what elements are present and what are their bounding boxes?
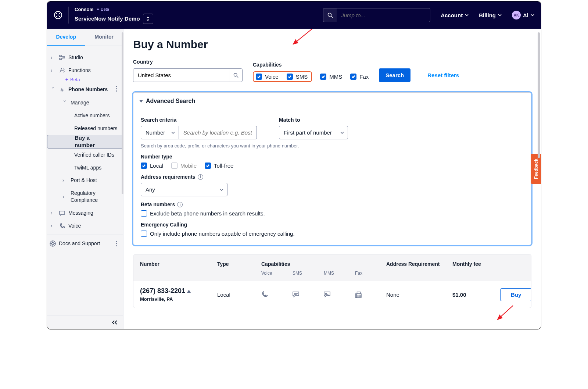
sidebar-item-voice[interactable]: › Voice	[47, 220, 123, 232]
chevron-down-icon	[220, 189, 223, 191]
chevron-right-icon: ›	[62, 193, 68, 200]
emergency-label: Emergency Calling	[141, 222, 524, 228]
sidebar-item-regulatory-compliance[interactable]: › Regulatory Compliance	[47, 187, 123, 207]
more-icon[interactable]	[113, 241, 119, 246]
reset-filters-link[interactable]: Reset filters	[421, 68, 466, 82]
svg-rect-9	[60, 58, 62, 60]
country-input[interactable]	[133, 69, 229, 82]
country-search-button[interactable]	[229, 69, 242, 82]
search-input[interactable]	[337, 8, 430, 22]
tab-develop[interactable]: Develop	[47, 29, 85, 46]
sidebar-item-buy-number[interactable]: Buy a number	[47, 135, 123, 149]
hash-icon: #	[59, 86, 65, 93]
checkbox-tollfree[interactable]: Toll-free	[205, 163, 233, 169]
checkbox-local[interactable]: Local	[141, 163, 163, 169]
global-search[interactable]	[323, 8, 430, 22]
mms-icon	[324, 292, 355, 297]
col-fee: Monthly fee	[452, 261, 500, 267]
sidebar-item-verified-caller-ids[interactable]: Verified caller IDs	[47, 149, 123, 161]
svg-point-30	[359, 295, 359, 295]
checkbox-exclude-beta[interactable]: Exclude beta phone numbers in search res…	[141, 210, 524, 217]
collapse-sidebar[interactable]	[47, 315, 123, 329]
svg-point-2	[59, 13, 60, 14]
address-req-select[interactable]: Any	[141, 183, 227, 196]
number-type-label: Number type	[141, 154, 524, 160]
country-input-wrap	[133, 68, 243, 82]
row-fee: $1.00	[452, 292, 500, 298]
checkbox-emergency[interactable]: Only include phone numbers capable of em…	[141, 231, 524, 237]
svg-point-6	[328, 13, 331, 16]
subcol-fax: Fax	[355, 271, 386, 276]
project-name[interactable]: ServiceNow Notify Demo	[75, 15, 140, 22]
sidebar-item-manage[interactable]: › Manage	[47, 96, 123, 109]
checkbox-mobile[interactable]: Mobile	[171, 163, 197, 169]
fax-icon	[355, 292, 386, 298]
chevron-down-icon	[340, 132, 344, 134]
sidebar-item-messaging[interactable]: › Messaging	[47, 207, 123, 220]
svg-rect-27	[357, 292, 361, 294]
checkbox-voice[interactable]: Voice	[256, 74, 279, 80]
svg-point-4	[59, 16, 60, 17]
svg-line-7	[331, 16, 333, 18]
criteria-select[interactable]: Number	[141, 126, 179, 139]
chevron-down-icon: ›	[50, 87, 57, 92]
sidebar-item-functions[interactable]: › Functions	[47, 64, 123, 77]
billing-menu[interactable]: Billing	[479, 12, 502, 18]
sidebar-item-twiml-apps[interactable]: TwiML apps	[47, 161, 123, 174]
user-menu[interactable]: AK Al	[512, 11, 534, 19]
sms-icon	[293, 292, 324, 297]
sidebar-item-phone-numbers[interactable]: › # Phone Numbers	[47, 82, 123, 96]
match-to-select[interactable]: First part of number	[279, 126, 348, 139]
page-title: Buy a Number	[133, 38, 531, 51]
search-icon	[323, 8, 337, 22]
svg-point-33	[359, 296, 359, 296]
buy-button[interactable]: Buy	[500, 288, 531, 301]
account-menu[interactable]: Account	[441, 12, 469, 18]
search-button[interactable]: Search	[379, 68, 410, 82]
sidebar-item-studio[interactable]: › Studio	[47, 51, 123, 64]
search-criteria-label: Search criteria	[141, 117, 257, 123]
checkbox-sms[interactable]: SMS	[287, 74, 308, 80]
project-switcher[interactable]	[143, 14, 153, 24]
svg-marker-21	[139, 100, 143, 103]
location-input[interactable]	[179, 126, 257, 139]
svg-point-34	[360, 296, 360, 296]
annotation-highlight: Voice SMS	[253, 71, 312, 82]
functions-icon	[59, 68, 65, 73]
subcol-mms: MMS	[324, 271, 355, 276]
row-type: Local	[217, 292, 261, 298]
svg-rect-8	[60, 55, 62, 57]
logo-icon[interactable]	[54, 11, 62, 19]
feedback-tab[interactable]: Feedback	[531, 154, 541, 184]
address-req-label: Address requirements i	[141, 174, 524, 180]
sidebar-item-released-numbers[interactable]: Released numbers	[47, 122, 123, 135]
studio-icon	[59, 55, 65, 60]
chevron-right-icon: ›	[51, 210, 56, 217]
sidebar-item-active-numbers[interactable]: Active numbers	[47, 109, 123, 122]
tab-monitor[interactable]: Monitor	[85, 29, 123, 46]
chevron-down-icon: ›	[62, 100, 69, 105]
more-icon[interactable]	[113, 86, 119, 92]
capabilities-label: Capabilities	[253, 62, 369, 68]
info-icon[interactable]: i	[198, 174, 203, 180]
svg-point-14	[51, 242, 54, 245]
col-number: Number	[140, 261, 217, 267]
triangle-up-icon	[187, 289, 191, 293]
svg-point-5	[58, 15, 59, 16]
sidebar-item-docs[interactable]: Docs and Support	[47, 237, 123, 250]
match-to-label: Match to	[279, 117, 348, 123]
phone-icon	[59, 223, 65, 229]
table-row[interactable]: (267) 833-2201 Morrisville, PA Local Non…	[133, 281, 531, 308]
checkbox-fax[interactable]: Fax	[350, 74, 369, 80]
chevron-right-icon: ›	[62, 177, 68, 184]
info-icon[interactable]: i	[177, 202, 183, 207]
sidebar-item-port-host[interactable]: › Port & Host	[47, 174, 123, 187]
chevron-right-icon: ›	[51, 54, 56, 61]
sidebar-beta-badge: ✦Beta	[47, 77, 123, 82]
advanced-search-toggle[interactable]: Advanced Search	[133, 93, 531, 110]
checkbox-mms[interactable]: MMS	[320, 74, 342, 80]
col-caps: Capabilities	[261, 261, 386, 267]
col-addr: Address Requirement	[386, 261, 452, 267]
main-scrollbar[interactable]	[538, 32, 540, 158]
beta-badge: ✦Beta	[96, 7, 109, 12]
